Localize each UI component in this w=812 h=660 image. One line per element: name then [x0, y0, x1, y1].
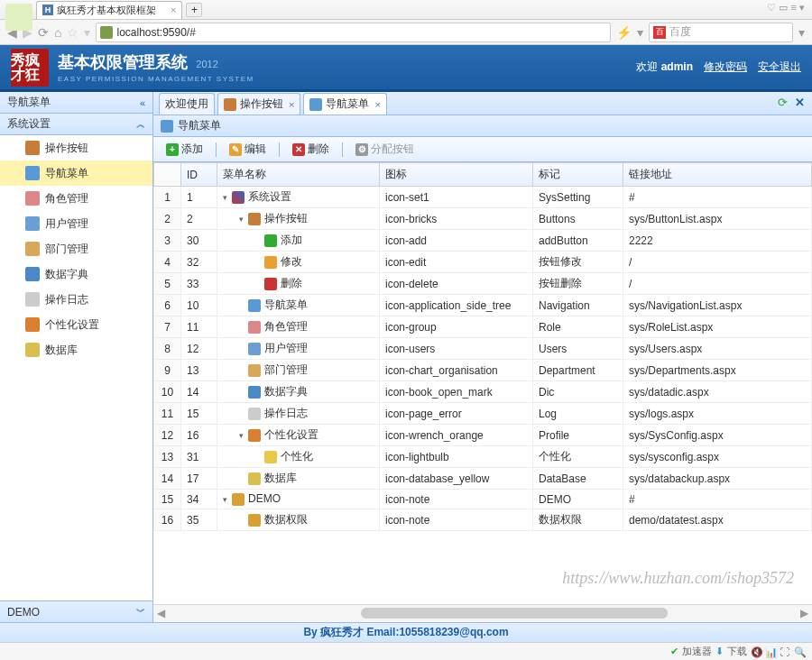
- table-row[interactable]: 1331个性化icon-lightbulb个性化sys/sysconfig.as…: [154, 446, 812, 468]
- browser-tab[interactable]: H 疯狂秀才基本权限框架 ×: [36, 1, 182, 19]
- status-icon-2[interactable]: 📊: [765, 646, 776, 657]
- app-subtitle: EASY PERMISSION MANAGEMENT SYSTEM: [58, 75, 254, 83]
- address-bar[interactable]: localhost:9590/#: [96, 23, 611, 42]
- table-row[interactable]: 330添加icon-addaddButton2222: [154, 230, 812, 252]
- col-url[interactable]: 链接地址: [623, 163, 812, 187]
- app-footer: By 疯狂秀才 Email:1055818239@qq.com: [0, 622, 812, 642]
- collapse-sidebar-icon[interactable]: «: [140, 97, 145, 108]
- col-id[interactable]: ID: [181, 163, 217, 187]
- row-icon: [264, 451, 277, 463]
- table-row[interactable]: 1417数据库icon-database_yellowDataBasesys/d…: [154, 468, 812, 490]
- sidebar-item[interactable]: 部门管理: [0, 236, 152, 261]
- tree-toggle-icon[interactable]: ▾: [223, 193, 232, 202]
- sidebar-item[interactable]: 角色管理: [0, 186, 152, 211]
- home-favicon[interactable]: [5, 4, 32, 31]
- row-icon: [248, 386, 261, 399]
- cell-name: 个性化: [217, 446, 380, 468]
- status-icon-4[interactable]: 🔍: [794, 646, 805, 657]
- search-dropdown-icon[interactable]: ▾: [798, 25, 805, 40]
- row-icon: [248, 408, 261, 420]
- reload-button[interactable]: ⟳: [38, 25, 49, 40]
- logout-link[interactable]: 安全退出: [758, 60, 801, 75]
- browser-toolbar: ◀ ▶ ⟳ ⌂ ☆ ▾ localhost:9590/# ⚡ ▾ 百 百度 ▾: [0, 20, 812, 44]
- close-all-tabs-icon[interactable]: ✕: [795, 96, 805, 109]
- tree-toggle-icon[interactable]: ▾: [239, 215, 248, 224]
- status-accel[interactable]: 加速器: [682, 645, 712, 658]
- sidebar-item[interactable]: 操作日志: [0, 287, 152, 312]
- welcome-text: 欢迎 admin: [636, 60, 693, 75]
- table-row[interactable]: 22▾操作按钮icon-bricksButtonssys/ButtonList.…: [154, 208, 812, 230]
- tab-close-icon[interactable]: ×: [289, 99, 294, 110]
- table-row[interactable]: 1216▾个性化设置icon-wrench_orangeProfilesys/S…: [154, 425, 812, 446]
- tree-toggle-icon[interactable]: ▾: [239, 431, 248, 440]
- sidebar-item[interactable]: 数据字典: [0, 261, 152, 287]
- table-row[interactable]: 913部门管理icon-chart_organisationDepartment…: [154, 360, 812, 381]
- tab-icon: [224, 98, 236, 111]
- menu-item-icon: [25, 267, 40, 281]
- sidebar-group-demo[interactable]: DEMO ︾: [0, 600, 152, 622]
- delete-button[interactable]: ✕删除: [287, 140, 335, 159]
- sidebar-item[interactable]: 导航菜单: [0, 160, 152, 186]
- tab-label: 欢迎使用: [165, 96, 208, 112]
- table-row[interactable]: 533删除icon-delete按钮删除/: [154, 273, 812, 295]
- cell-tag: DataBase: [533, 468, 623, 490]
- addr-dropdown-icon[interactable]: ▾: [637, 25, 643, 40]
- sidebar-item[interactable]: 个性化设置: [0, 312, 152, 337]
- app-body: 导航菜单 « 系统设置 ︽ 操作按钮导航菜单角色管理用户管理部门管理数据字典操作…: [0, 92, 812, 622]
- refresh-tabs-icon[interactable]: ⟳: [778, 96, 788, 109]
- table-row[interactable]: 610导航菜单icon-application_side_treeNavigat…: [154, 295, 812, 316]
- col-rownum[interactable]: [154, 163, 181, 187]
- cell-name: 数据权限: [217, 509, 380, 531]
- edit-button[interactable]: ✎编辑: [224, 140, 272, 159]
- table-row[interactable]: 1635数据权限icon-note数据权限demo/datatest.aspx: [154, 509, 812, 531]
- scrollbar-thumb[interactable]: [361, 608, 668, 619]
- main-tab[interactable]: 欢迎使用: [159, 93, 215, 115]
- sidebar-title: 导航菜单: [7, 95, 51, 110]
- col-icon[interactable]: 图标: [380, 163, 533, 187]
- tab-favicon-icon: H: [42, 5, 53, 15]
- status-download[interactable]: 下载: [727, 645, 747, 658]
- sidebar-item[interactable]: 数据库: [0, 337, 152, 362]
- cell-tag: SysSetting: [533, 187, 623, 208]
- tab-close-icon[interactable]: ×: [374, 99, 380, 110]
- sidebar-item[interactable]: 用户管理: [0, 211, 152, 236]
- add-button[interactable]: +添加: [161, 140, 208, 159]
- star-button[interactable]: ☆: [67, 25, 78, 40]
- table-row[interactable]: 432修改icon-edit按钮修改/: [154, 252, 812, 273]
- table-row[interactable]: 1014数据字典icon-book_open_markDicsys/datadi…: [154, 381, 812, 403]
- tree-toggle-icon[interactable]: ▾: [223, 495, 232, 504]
- separator: [279, 142, 280, 157]
- tab-close-icon[interactable]: ×: [171, 5, 176, 15]
- table-row[interactable]: 711角色管理icon-groupRolesys/RoleList.aspx: [154, 316, 812, 338]
- table-row[interactable]: 812用户管理icon-usersUserssys/Users.aspx: [154, 338, 812, 360]
- main-tab[interactable]: 导航菜单×: [303, 93, 386, 115]
- panel-title: 导航菜单: [178, 118, 221, 133]
- status-icon-1[interactable]: 🔇: [751, 646, 761, 657]
- cell-icon: icon-edit: [380, 252, 533, 273]
- cog-icon: ⚙: [355, 143, 368, 156]
- lightning-icon[interactable]: ⚡: [616, 25, 632, 40]
- menu-dropdown[interactable]: ▾: [84, 25, 90, 40]
- table-row[interactable]: 1115操作日志icon-page_errorLogsys/logs.aspx: [154, 403, 812, 425]
- cell-url: 2222: [623, 230, 812, 252]
- change-password-link[interactable]: 修改密码: [704, 60, 747, 75]
- cell-url: sys/NavigationList.aspx: [623, 295, 812, 316]
- window-controls[interactable]: ♡ ▭ ≡ ▾: [767, 2, 805, 14]
- main-tab[interactable]: 操作按钮×: [217, 93, 300, 115]
- sidebar-item[interactable]: 操作按钮: [0, 135, 152, 160]
- horizontal-scrollbar[interactable]: ◀ ▶: [153, 604, 812, 622]
- search-bar[interactable]: 百 百度: [649, 23, 793, 42]
- home-button[interactable]: ⌂: [54, 25, 61, 40]
- col-name[interactable]: 菜单名称: [217, 163, 380, 187]
- col-tag[interactable]: 标记: [533, 163, 623, 187]
- new-tab-button[interactable]: +: [186, 3, 202, 17]
- cell-url: sys/Departments.aspx: [623, 360, 812, 381]
- status-icon-3[interactable]: ⛶: [780, 646, 790, 657]
- sidebar-group-system[interactable]: 系统设置 ︽: [0, 114, 152, 135]
- cell-rownum: 2: [154, 208, 181, 230]
- cell-rownum: 11: [154, 403, 181, 425]
- table-row[interactable]: 11▾系统设置icon-set1SysSetting#: [154, 187, 812, 208]
- table-row[interactable]: 1534▾DEMOicon-noteDEMO#: [154, 490, 812, 509]
- cell-icon: icon-chart_organisation: [380, 360, 533, 381]
- assign-button[interactable]: ⚙分配按钮: [350, 140, 420, 159]
